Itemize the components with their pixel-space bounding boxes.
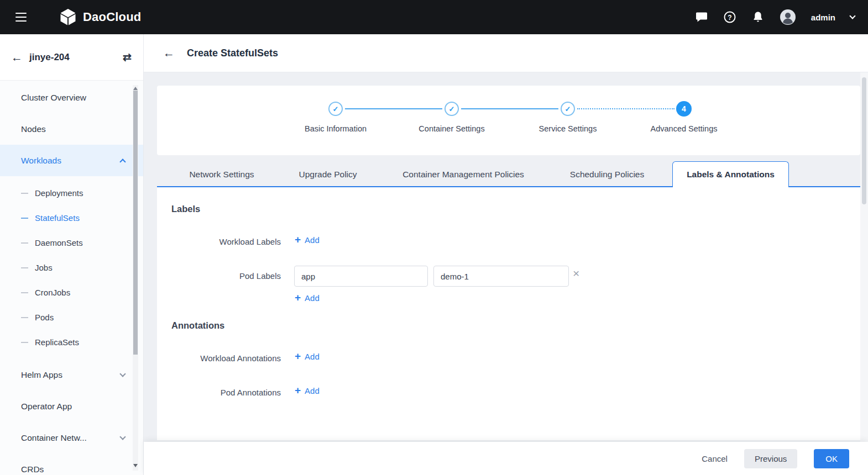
- sidebar-item-cluster-overview[interactable]: Cluster Overview: [0, 82, 144, 113]
- tab-network-settings[interactable]: Network Settings: [189, 170, 254, 180]
- step-basic-information[interactable]: ✓: [328, 102, 343, 116]
- dash-icon: [21, 193, 28, 194]
- add-workload-annotation-button[interactable]: + Add: [295, 352, 320, 361]
- dash-icon: [21, 342, 28, 343]
- step-service-settings[interactable]: ✓: [561, 102, 575, 116]
- help-icon[interactable]: ?: [723, 10, 736, 24]
- sidebar-subitem-deployments[interactable]: Deployments: [0, 181, 144, 205]
- sidebar-item-label: DaemonSets: [35, 238, 83, 247]
- sidebar-subitem-pods[interactable]: Pods: [0, 305, 144, 330]
- step-container-settings[interactable]: ✓: [445, 102, 459, 116]
- pod-label-value-input[interactable]: [433, 266, 569, 287]
- page-header: ← Create StatefulSets: [144, 34, 868, 72]
- remove-pod-label-icon[interactable]: ×: [573, 268, 579, 279]
- username[interactable]: admin: [811, 13, 835, 22]
- dash-icon: [21, 317, 28, 318]
- workload-annotations-label: Workload Annotations: [157, 353, 281, 363]
- tab-container-management-policies[interactable]: Container Management Policies: [402, 170, 524, 180]
- sidebar-item-label: Helm Apps: [21, 370, 62, 380]
- dash-icon: [21, 267, 28, 268]
- sidebar-item-label: Workloads: [21, 156, 61, 166]
- sidebar-subitem-replicasets[interactable]: ReplicaSets: [0, 330, 144, 355]
- step-number: 4: [682, 104, 686, 113]
- sidebar-subitem-statefulsets[interactable]: StatefulSets: [0, 205, 144, 230]
- add-pod-annotation-button[interactable]: + Add: [295, 386, 320, 395]
- previous-button[interactable]: Previous: [744, 449, 797, 468]
- add-label: Add: [305, 386, 320, 395]
- sidebar-item-container-network[interactable]: Container Netw...: [0, 422, 144, 453]
- dash-icon: [21, 242, 28, 244]
- step-advanced-settings[interactable]: 4: [676, 101, 692, 117]
- sidebar-scrollbar-thumb[interactable]: [133, 91, 138, 355]
- avatar[interactable]: [780, 9, 796, 25]
- sidebar-item-crds[interactable]: CRDs: [0, 453, 144, 475]
- add-label: Add: [305, 352, 320, 361]
- plus-icon: +: [295, 294, 301, 302]
- chevron-down-icon: [119, 371, 126, 377]
- add-label: Add: [305, 293, 320, 303]
- dash-icon: [21, 292, 28, 293]
- labels-section-heading: Labels: [171, 204, 200, 214]
- ok-button[interactable]: OK: [814, 449, 849, 468]
- back-icon[interactable]: ←: [163, 46, 175, 60]
- topbar: DaoCloud ? admin: [0, 0, 868, 34]
- cancel-button[interactable]: Cancel: [702, 454, 728, 463]
- check-icon: ✓: [449, 105, 455, 113]
- workload-labels-label: Workload Labels: [157, 236, 281, 247]
- tab-scheduling-policies[interactable]: Scheduling Policies: [570, 170, 644, 180]
- chat-icon[interactable]: [695, 10, 708, 24]
- plus-icon: +: [295, 236, 301, 244]
- scroll-down-arrow-icon[interactable]: [133, 464, 138, 467]
- sidebar-item-label: StatefulSets: [35, 213, 80, 223]
- footer-actions: Cancel Previous OK: [144, 442, 868, 475]
- tab-labels-annotations[interactable]: Labels & Annotations: [672, 161, 789, 187]
- page-title: Create StatefulSets: [187, 48, 278, 59]
- pod-labels-label: Pod Labels: [157, 271, 281, 281]
- main-scrollbar-thumb[interactable]: [862, 77, 866, 204]
- svg-text:?: ?: [728, 14, 731, 22]
- step-label: Basic Information: [275, 124, 396, 133]
- sidebar-item-label: CRDs: [21, 465, 44, 474]
- tab-upgrade-policy[interactable]: Upgrade Policy: [299, 170, 357, 180]
- cluster-name[interactable]: jinye-204: [29, 52, 70, 63]
- add-pod-label-button[interactable]: + Add: [295, 293, 320, 303]
- sidebar-item-nodes[interactable]: Nodes: [0, 113, 144, 145]
- chevron-down-icon[interactable]: [849, 13, 855, 19]
- sidebar-subitem-jobs[interactable]: Jobs: [0, 255, 144, 280]
- back-icon[interactable]: ←: [11, 51, 23, 64]
- plus-icon: +: [295, 352, 301, 360]
- sidebar-item-label: ReplicaSets: [35, 337, 79, 347]
- sidebar-item-workloads[interactable]: Workloads: [0, 145, 144, 176]
- add-label: Add: [305, 235, 320, 245]
- check-icon: ✓: [565, 105, 571, 113]
- add-workload-label-button[interactable]: + Add: [295, 235, 320, 245]
- sidebar-subitem-daemonsets[interactable]: DaemonSets: [0, 230, 144, 255]
- sidebar-item-label: Operator App: [21, 402, 72, 411]
- sidebar-nav: Cluster Overview Nodes Workloads Deploym…: [0, 82, 144, 475]
- sidebar-item-label: Cluster Overview: [21, 93, 86, 103]
- brand-name: DaoCloud: [83, 10, 141, 24]
- sidebar-item-label: CronJobs: [35, 288, 70, 297]
- step-connector-dotted: [577, 108, 674, 109]
- brand-logo[interactable]: DaoCloud: [59, 8, 141, 27]
- chevron-down-icon: [119, 434, 126, 440]
- sidebar-item-label: Pods: [35, 313, 54, 322]
- sidebar: ← jinye-204 ⇄ Cluster Overview Nodes Wor…: [0, 34, 144, 475]
- dash-icon: [21, 218, 28, 219]
- pod-label-key-input[interactable]: [294, 266, 428, 287]
- daocloud-logo-icon: [59, 8, 77, 27]
- notifications-bell-icon[interactable]: [751, 10, 765, 24]
- sidebar-item-helm-apps[interactable]: Helm Apps: [0, 359, 144, 390]
- step-connector: [345, 108, 442, 109]
- switch-cluster-icon[interactable]: ⇄: [123, 51, 132, 64]
- sidebar-item-label: Jobs: [35, 263, 53, 272]
- menu-icon[interactable]: [15, 13, 27, 22]
- scroll-up-arrow-icon[interactable]: [133, 87, 138, 90]
- sidebar-item-label: Nodes: [21, 124, 46, 134]
- pod-annotations-label: Pod Annotations: [157, 387, 281, 398]
- step-label: Container Settings: [391, 124, 513, 133]
- sidebar-item-operator-app[interactable]: Operator App: [0, 390, 144, 422]
- step-label: Advanced Settings: [623, 124, 745, 133]
- sidebar-subitem-cronjobs[interactable]: CronJobs: [0, 280, 144, 305]
- sidebar-header: ← jinye-204 ⇄: [0, 34, 144, 81]
